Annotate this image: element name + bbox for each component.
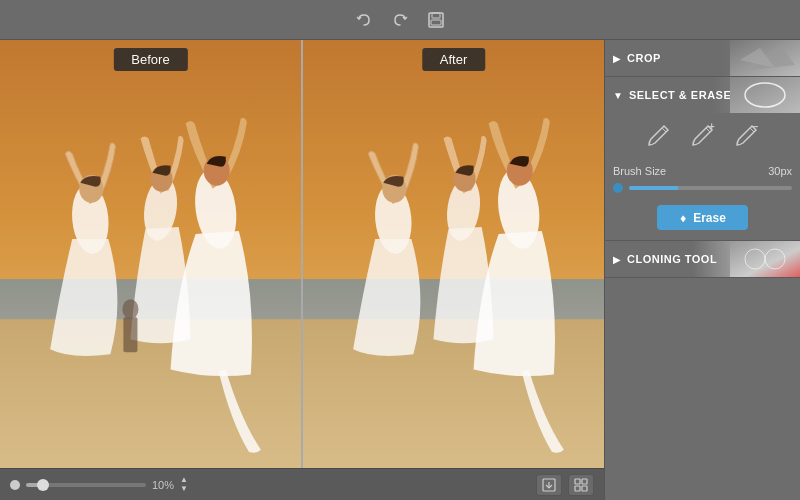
brush-size-row: Brush Size 30px (605, 161, 800, 183)
zoom-slider[interactable] (26, 483, 146, 487)
erase-button-row: ⬧ Erase (605, 201, 800, 240)
undo-button[interactable] (352, 8, 376, 32)
svg-rect-13 (123, 317, 137, 352)
svg-rect-26 (575, 486, 580, 491)
cloning-section: ▶ CLONING TOOL (605, 241, 800, 278)
zoom-down-arrow[interactable]: ▼ (180, 485, 188, 493)
before-image-bg (0, 40, 301, 468)
brush-slider-container (605, 183, 800, 201)
status-icons (536, 474, 594, 496)
erase-button[interactable]: ⬧ Erase (657, 205, 748, 230)
brush-plus-tool-button[interactable]: + (687, 119, 719, 151)
grid-button[interactable] (568, 474, 594, 496)
export-button[interactable] (536, 474, 562, 496)
erase-icon: ⬧ (679, 210, 687, 225)
svg-rect-27 (582, 486, 587, 491)
image-panel: Before (0, 40, 604, 500)
svg-point-12 (122, 299, 138, 319)
crop-arrow-icon: ▶ (613, 53, 621, 64)
tools-row: + − (605, 113, 800, 161)
zoom-up-arrow[interactable]: ▲ (180, 476, 188, 484)
select-erase-header[interactable]: ▼ SELECT & ERASE (605, 77, 800, 113)
brush-tool-button[interactable] (643, 119, 675, 151)
zoom-slider-container: 10% ▲ ▼ (10, 476, 528, 493)
crop-section-header[interactable]: ▶ CROP (605, 40, 800, 76)
redo-button[interactable] (388, 8, 412, 32)
brush-slider[interactable] (629, 186, 792, 190)
toolbar (0, 0, 800, 40)
svg-rect-2 (431, 20, 441, 25)
before-label: Before (113, 48, 187, 71)
status-bar: 10% ▲ ▼ (0, 468, 604, 500)
before-after-container: Before (0, 40, 604, 468)
right-panel: ▶ CROP (604, 40, 800, 500)
svg-rect-24 (575, 479, 580, 484)
after-image: After (303, 40, 604, 468)
after-label: After (422, 48, 485, 71)
select-erase-arrow-icon: ▼ (613, 90, 623, 101)
svg-rect-25 (582, 479, 587, 484)
cloning-section-header[interactable]: ▶ CLONING TOOL (605, 241, 800, 277)
select-erase-section: ▼ SELECT & ERASE (605, 77, 800, 241)
zoom-dot (10, 480, 20, 490)
brush-slider-dot (613, 183, 623, 193)
zoom-value: 10% (152, 479, 174, 491)
save-button[interactable] (424, 8, 448, 32)
main-area: Before (0, 40, 800, 500)
cloning-arrow-icon: ▶ (613, 254, 621, 265)
brush-minus-tool-button[interactable]: − (731, 119, 763, 151)
before-image: Before (0, 40, 301, 468)
crop-section: ▶ CROP (605, 40, 800, 77)
brush-size-value: 30px (768, 165, 792, 177)
minus-indicator: − (753, 121, 759, 132)
plus-indicator: + (709, 121, 715, 132)
svg-line-33 (662, 128, 666, 132)
brush-size-label: Brush Size (613, 165, 762, 177)
after-image-bg (303, 40, 604, 468)
zoom-stepper[interactable]: ▲ ▼ (180, 476, 188, 493)
erase-button-label: Erase (693, 211, 726, 225)
